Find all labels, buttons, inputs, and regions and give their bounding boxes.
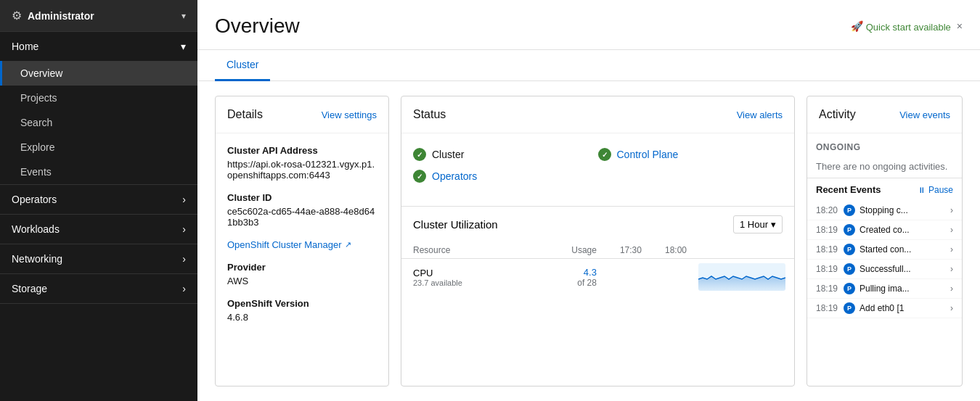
col-usage: Usage	[526, 242, 608, 259]
details-card: Details View settings Cluster API Addres…	[215, 96, 389, 386]
detail-provider: Provider AWS	[227, 262, 377, 286]
sidebar-item-explore[interactable]: Explore	[0, 135, 197, 160]
detail-version-label: OpenShift Version	[227, 298, 377, 309]
event-icon-2: P	[844, 244, 855, 255]
detail-api-address: Cluster API Address https://api.ok-rosa-…	[227, 145, 377, 181]
sidebar-item-events[interactable]: Events	[0, 160, 197, 184]
event-icon-4: P	[844, 283, 855, 294]
details-card-header: Details View settings	[216, 96, 388, 133]
sidebar-section-operators-header[interactable]: Operators ›	[0, 185, 197, 214]
status-col-right: Control Plane	[598, 142, 783, 197]
resource-name: CPU	[413, 268, 514, 278]
event-text-4: Pulling ima...	[859, 284, 946, 294]
sidebar-item-search[interactable]: Search	[0, 110, 197, 135]
event-time-0: 18:20	[816, 205, 839, 215]
quick-start-label[interactable]: Quick start available	[866, 22, 951, 33]
pause-button[interactable]: ⏸ Pause	[918, 185, 953, 195]
status-title: Status	[413, 108, 446, 121]
event-text-1: Created co...	[859, 225, 946, 235]
detail-cluster-id: Cluster ID ce5c602a-cd65-44ae-a888-4e8d6…	[227, 192, 377, 228]
sidebar-section-storage-label: Storage	[12, 283, 47, 294]
event-text-3: Successfull...	[859, 264, 946, 274]
cluster-status-check	[413, 148, 426, 161]
cpu-value: 4.3	[537, 267, 597, 278]
cpu-mini-chart	[698, 263, 785, 291]
sidebar-item-projects[interactable]: Projects	[0, 86, 197, 110]
event-text-5: Add eth0 [1	[859, 303, 946, 313]
status-row-cluster: Cluster	[413, 148, 598, 161]
event-row-5[interactable]: 18:19 P Add eth0 [1 ›	[807, 299, 962, 318]
controlplane-status-check	[598, 148, 611, 161]
close-icon[interactable]: ×	[957, 20, 963, 32]
activity-title: Activity	[819, 108, 856, 121]
chart-timestamps	[608, 259, 698, 296]
view-events-link[interactable]: View events	[899, 109, 950, 120]
sidebar-section-operators-label: Operators	[12, 194, 57, 205]
controlplane-status-link[interactable]: Control Plane	[617, 149, 679, 160]
event-text-2: Started con...	[859, 244, 946, 255]
pause-label: Pause	[928, 185, 953, 195]
time-select[interactable]: 1 Hour ▾	[733, 215, 783, 233]
detail-version-value: 4.6.8	[227, 312, 377, 323]
detail-api-label: Cluster API Address	[227, 145, 377, 156]
activity-card-header: Activity View events	[807, 96, 962, 133]
tab-cluster[interactable]: Cluster	[215, 50, 270, 81]
chart-cell	[698, 259, 794, 296]
chevron-right-icon: ›	[950, 284, 953, 294]
sidebar-item-overview[interactable]: Overview	[0, 61, 197, 86]
utilization-title: Cluster Utilization	[413, 218, 498, 231]
ongoing-label: Ongoing	[807, 139, 962, 155]
status-row-operators: Operators	[413, 170, 598, 183]
utilization-header: Cluster Utilization 1 Hour ▾	[401, 207, 794, 242]
view-settings-link[interactable]: View settings	[322, 109, 377, 120]
resource-cell: CPU 23.7 available	[401, 259, 526, 296]
pause-icon: ⏸	[918, 186, 926, 194]
sidebar-section-storage-header[interactable]: Storage ›	[0, 274, 197, 303]
event-icon-3: P	[844, 263, 855, 275]
tabs-bar: Cluster	[197, 50, 980, 81]
detail-api-value: https://api.ok-rosa-012321.vgyx.p1.opens…	[227, 159, 377, 181]
openshift-cluster-manager-link[interactable]: OpenShift Cluster Manager ↗	[227, 239, 377, 250]
main-content: Overview 🚀 Quick start available × Clust…	[197, 0, 980, 401]
chevron-down-icon: ▾	[181, 11, 186, 21]
admin-label: Administrator	[28, 10, 94, 22]
status-row-controlplane: Control Plane	[598, 148, 783, 161]
external-link-icon: ↗	[345, 240, 351, 249]
event-time-4: 18:19	[816, 284, 839, 294]
chevron-right-icon: ›	[950, 205, 953, 215]
recent-events-label: Recent Events	[816, 184, 881, 195]
sidebar-section-workloads-label: Workloads	[12, 223, 60, 235]
event-row-3[interactable]: 18:19 P Successfull... ›	[807, 260, 962, 279]
chevron-right-icon: ›	[950, 303, 953, 313]
details-card-body: Cluster API Address https://api.ok-rosa-…	[216, 133, 388, 386]
event-time-2: 18:19	[816, 244, 839, 255]
view-alerts-link[interactable]: View alerts	[737, 109, 783, 120]
status-grid: Cluster Operators Control Plane	[413, 142, 783, 197]
admin-left: ⚙ Administrator	[12, 9, 94, 22]
sidebar-section-networking-header[interactable]: Networking ›	[0, 244, 197, 273]
sidebar-section-storage: Storage ›	[0, 274, 197, 304]
event-row-0[interactable]: 18:20 P Stopping c... ›	[807, 201, 962, 220]
event-row-1[interactable]: 18:19 P Created co... ›	[807, 220, 962, 240]
sidebar-section-home-header[interactable]: Home ▾	[0, 32, 197, 61]
chevron-right-icon: ›	[950, 225, 953, 235]
sidebar-section-workloads-header[interactable]: Workloads ›	[0, 215, 197, 244]
col-resource: Resource	[401, 242, 526, 259]
cpu-chart-svg	[698, 263, 785, 291]
col-time2: 18:00	[653, 242, 698, 259]
operators-status-check	[413, 170, 426, 183]
time-option-label: 1 Hour	[740, 219, 768, 230]
recent-events-header: Recent Events ⏸ Pause	[807, 178, 962, 201]
event-row-4[interactable]: 18:19 P Pulling ima... ›	[807, 279, 962, 299]
activity-body: Ongoing There are no ongoing activities.…	[807, 133, 962, 324]
chevron-right-icon: ›	[182, 283, 186, 294]
operators-status-link[interactable]: Operators	[432, 170, 477, 182]
admin-section[interactable]: ⚙ Administrator ▾	[0, 0, 197, 32]
chevron-right-icon: ›	[950, 244, 953, 255]
event-row-2[interactable]: 18:19 P Started con... ›	[807, 240, 962, 260]
gear-icon: ⚙	[12, 9, 22, 22]
status-card-header: Status View alerts	[401, 96, 794, 133]
cluster-status-label: Cluster	[432, 149, 464, 160]
chevron-right-icon: ›	[182, 194, 186, 205]
content-area: Details View settings Cluster API Addres…	[197, 81, 980, 401]
